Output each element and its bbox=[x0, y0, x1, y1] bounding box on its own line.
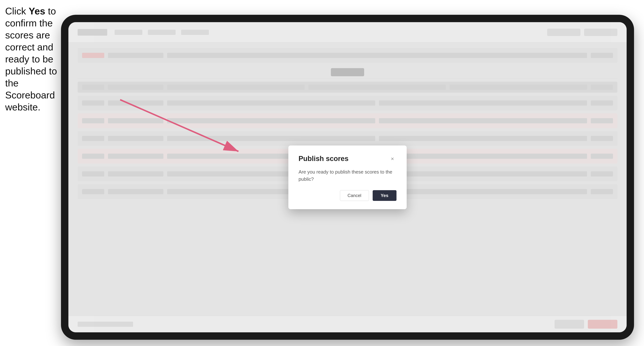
instruction-bold: Yes bbox=[29, 6, 45, 16]
tablet-screen: Publish scores × Are you ready to publis… bbox=[68, 22, 626, 332]
modal-close-button[interactable]: × bbox=[388, 155, 396, 163]
modal-title: Publish scores bbox=[298, 155, 348, 163]
modal-header: Publish scores × bbox=[298, 155, 396, 163]
modal-overlay: Publish scores × Are you ready to publis… bbox=[68, 22, 626, 332]
cancel-button[interactable]: Cancel bbox=[340, 190, 369, 201]
instruction-text: Click Yes to confirm the scores are corr… bbox=[5, 5, 59, 113]
yes-button[interactable]: Yes bbox=[373, 190, 396, 201]
tablet-frame: Publish scores × Are you ready to publis… bbox=[61, 15, 634, 340]
modal-footer: Cancel Yes bbox=[298, 190, 396, 201]
modal-body: Are you ready to publish these scores to… bbox=[298, 169, 396, 183]
modal-body-text: Are you ready to publish these scores to… bbox=[298, 169, 396, 183]
modal-dialog: Publish scores × Are you ready to publis… bbox=[288, 146, 407, 209]
